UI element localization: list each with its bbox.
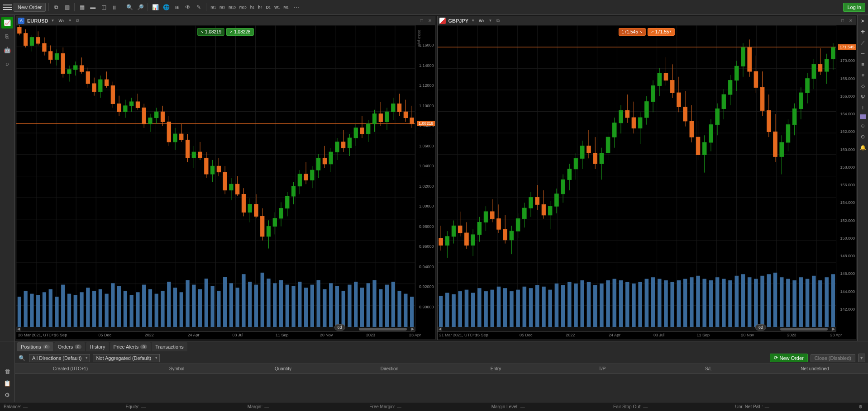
shapes-icon[interactable]: ◇ — [859, 82, 867, 90]
scroll-thumb[interactable] — [359, 328, 407, 331]
edit-icon[interactable]: ✎ — [194, 3, 203, 12]
column-header[interactable]: Net undefined — [762, 364, 868, 373]
x-axis[interactable]: 21 Mar 2021, UTC+126 Sep05 Dec202224 Apr… — [438, 331, 836, 340]
timeframe-M1[interactable]: M1 — [282, 4, 290, 10]
column-header[interactable]: Created (UTC+1) — [17, 364, 124, 373]
dropdown-button[interactable]: ▾ — [858, 354, 865, 362]
single-icon[interactable]: ▬ — [88, 3, 97, 12]
alert-icon[interactable]: 🔔 — [859, 143, 867, 151]
y-axis[interactable]: 500.0 pips 1.160001.140001.120001.100001… — [415, 25, 435, 331]
scroll-right-icon[interactable]: ▶ — [410, 327, 415, 331]
h-scrollbar[interactable]: ◀ ▶ — [16, 327, 415, 331]
column-header[interactable]: S/L — [655, 364, 762, 373]
search-icon[interactable]: 🔍 — [17, 354, 26, 363]
symbol-name[interactable]: GBPJPY — [448, 18, 469, 24]
scroll-right-icon[interactable]: ▶ — [831, 327, 836, 331]
chart-body-right[interactable]: 171.545↘ ↗171.557 170.000168.000166.0001… — [438, 25, 856, 340]
chevron-down-icon[interactable]: ▼ — [488, 19, 492, 23]
trend-line-icon[interactable]: ／ — [859, 38, 867, 47]
close-disabled-button[interactable]: Close (Disabled) — [811, 354, 855, 362]
scroll-left-icon[interactable]: ◀ — [438, 327, 442, 331]
sell-pill[interactable]: 171.545↘ — [619, 28, 646, 36]
x-axis[interactable]: 28 Mar 2021, UTC+126 Sep05 Dec202224 Apr… — [16, 331, 415, 340]
timeframe-m5[interactable]: m5 — [218, 4, 226, 10]
grid4-icon[interactable]: ▦ — [77, 3, 86, 12]
clipboard-icon[interactable]: 📋 — [3, 378, 12, 387]
emoji-icon[interactable]: ☺ — [859, 122, 867, 130]
search-icon[interactable]: ⌕ — [1, 57, 13, 69]
timeframe-m30[interactable]: m30 — [238, 4, 248, 10]
zoom-out-icon[interactable]: 🔍 — [125, 3, 134, 12]
timeframe-m15[interactable]: m15 — [227, 4, 237, 10]
column-header[interactable]: T/P — [549, 364, 655, 373]
timezone-badge[interactable]: 6d — [755, 324, 766, 331]
popout-icon[interactable]: ⧉ — [495, 18, 501, 24]
eye-icon[interactable]: 👁 — [183, 3, 192, 12]
scroll-thumb[interactable] — [780, 328, 828, 331]
chevron-down-icon[interactable]: ▼ — [471, 19, 475, 23]
tab-price-alerts[interactable]: Price Alerts0 — [110, 342, 151, 351]
sell-pill[interactable]: ↘1.08219 — [197, 28, 224, 36]
trash-icon[interactable]: 🗑 — [3, 367, 12, 376]
split-icon[interactable]: ◫ — [99, 3, 108, 12]
pitchfork-icon[interactable]: Ψ — [859, 93, 867, 101]
column-header[interactable]: Entry — [443, 364, 549, 373]
maximize-icon[interactable]: □ — [419, 18, 425, 24]
y-axis[interactable]: 170.000168.000166.000164.000162.000160.0… — [836, 25, 856, 331]
popout-icon[interactable]: ⧉ — [75, 18, 81, 24]
detach-icon[interactable]: ⧉ — [52, 3, 61, 12]
timeframe-h4[interactable]: h4 — [257, 4, 263, 10]
timeframe-D1[interactable]: D1 — [264, 4, 272, 10]
robot-icon[interactable]: 🤖 — [1, 44, 13, 56]
tab-history[interactable]: History — [86, 342, 109, 351]
chart-body-left[interactable]: ↘1.08219 ↗1.08228 500.0 pips 1.160001.14… — [16, 25, 435, 340]
chart-type-icon[interactable]: ⫼ — [110, 3, 119, 12]
copy-icon[interactable]: ⎘ — [1, 30, 13, 42]
maximize-icon[interactable]: □ — [839, 18, 846, 24]
chevron-down-icon[interactable]: ▼ — [68, 19, 72, 23]
tab-transactions[interactable]: Transactions — [152, 342, 187, 351]
indicators-icon[interactable]: 📊 — [151, 3, 160, 12]
close-icon[interactable]: ✕ — [427, 18, 433, 24]
zoom-in-icon[interactable]: 🔎 — [136, 3, 145, 12]
crosshair-icon[interactable]: ✚ — [859, 28, 867, 36]
fib-icon[interactable]: ⌗ — [859, 71, 867, 79]
globe-icon[interactable]: 🌐 — [162, 3, 171, 12]
timeframe-W1[interactable]: W1 — [273, 4, 281, 10]
tab-orders[interactable]: Orders0 — [54, 342, 86, 351]
cursor-icon[interactable]: ➤ — [859, 17, 867, 25]
magnet-icon[interactable]: ⊙ — [859, 132, 867, 141]
equidistant-icon[interactable]: ≡ — [859, 60, 867, 68]
timeframe-h1[interactable]: h1 — [249, 4, 256, 10]
direction-filter[interactable]: All Directions (Default) — [29, 354, 90, 362]
layout-icon[interactable]: ▥ — [62, 3, 72, 12]
h-scrollbar[interactable]: ◀ ▶ — [438, 327, 836, 331]
timeframe-m1[interactable]: m1 — [209, 4, 217, 10]
aggregation-filter[interactable]: Not Aggregated (Default) — [93, 354, 160, 362]
close-icon[interactable]: ✕ — [848, 18, 854, 24]
new-order-button[interactable]: New Order — [14, 3, 46, 12]
timeframe-badge[interactable]: W1 — [477, 18, 486, 24]
horizontal-line-icon[interactable]: ─ — [859, 49, 867, 57]
buy-pill[interactable]: ↗1.08228 — [226, 28, 253, 36]
chevron-down-icon[interactable]: ▼ — [51, 19, 54, 23]
buy-pill[interactable]: ↗171.557 — [648, 28, 675, 36]
column-header[interactable]: Quantity — [230, 364, 336, 373]
timeframe-badge[interactable]: W1 — [57, 18, 65, 24]
text-icon[interactable]: T — [859, 104, 867, 112]
menu-icon[interactable] — [3, 3, 12, 12]
trade-panel-icon[interactable]: 📈 — [1, 17, 13, 28]
tab-positions[interactable]: Positions0 — [17, 342, 53, 351]
login-button[interactable]: Log In — [843, 3, 865, 12]
rectangle-icon[interactable] — [860, 114, 866, 119]
column-header[interactable]: Direction — [336, 364, 443, 373]
timezone-badge[interactable]: 6d — [334, 324, 345, 331]
gear-icon[interactable]: ⚙ — [3, 390, 12, 399]
new-order-button[interactable]: ⟳New Order — [770, 354, 808, 362]
more-icon[interactable]: ⋯ — [292, 3, 301, 12]
symbol-name[interactable]: EURUSD — [27, 18, 48, 24]
layers-icon[interactable]: ≋ — [172, 3, 181, 12]
gear-icon[interactable]: ⚙ — [857, 403, 864, 411]
scroll-left-icon[interactable]: ◀ — [16, 327, 21, 331]
column-header[interactable]: Symbol — [124, 364, 230, 373]
